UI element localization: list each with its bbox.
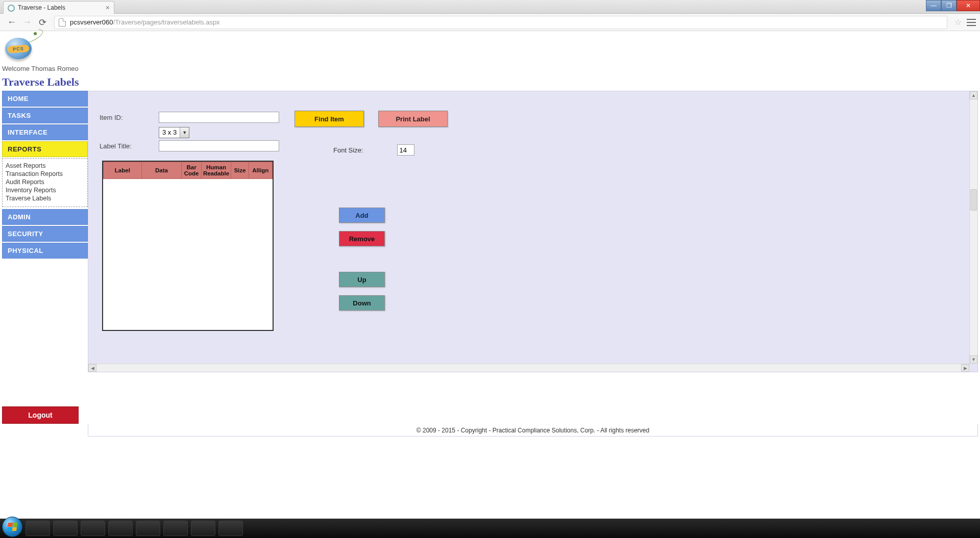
col-size[interactable]: Size [231, 162, 249, 179]
scroll-right-icon[interactable]: ▶ [961, 364, 969, 372]
col-label[interactable]: Label [104, 162, 142, 179]
address-bar[interactable]: pcsvserver060/Traverse/pages/traverselab… [54, 16, 947, 29]
welcome-text: Welcome Thomas Romeo [2, 65, 978, 72]
item-id-label: Item ID: [100, 114, 159, 121]
sidebar-item-interface[interactable]: INTERFACE [2, 124, 88, 140]
reports-submenu: Asset Reports Transaction Reports Audit … [2, 158, 88, 207]
reload-button[interactable]: ⟳ [36, 17, 48, 28]
horizontal-scrollbar[interactable]: ◀ ▶ [88, 364, 969, 372]
remove-button[interactable]: Remove [339, 231, 385, 246]
maximize-button[interactable]: ❐ [941, 0, 957, 11]
find-item-button[interactable]: Find Item [295, 111, 364, 127]
col-allign[interactable]: Allign [249, 162, 272, 179]
sidebar-item-physical[interactable]: PHYSICAL [2, 243, 88, 259]
sidebar-item-reports[interactable]: REPORTS [2, 141, 88, 157]
sublink-audit-reports[interactable]: Audit Reports [6, 178, 84, 186]
scroll-thumb[interactable] [970, 189, 977, 211]
page-icon [59, 18, 66, 27]
bookmark-icon[interactable]: ☆ [954, 17, 962, 27]
scroll-left-icon[interactable]: ◀ [88, 364, 96, 372]
favicon-icon [8, 5, 15, 12]
label-table: Label Data Bar Code Human Readable Size … [102, 161, 274, 331]
sidebar-item-home[interactable]: HOME [2, 91, 88, 107]
sublink-traverse-labels[interactable]: Traverse Labels [6, 194, 84, 202]
sidebar-item-security[interactable]: SECURITY [2, 226, 88, 242]
sublink-transaction-reports[interactable]: Transaction Reports [6, 170, 84, 178]
browser-tab[interactable]: Traverse - Labels × [3, 1, 114, 14]
down-button[interactable]: Down [339, 295, 385, 311]
scroll-up-icon[interactable]: ▲ [970, 91, 977, 99]
add-button[interactable]: Add [339, 208, 385, 223]
page-title: Traverse Labels [2, 75, 978, 89]
col-barcode[interactable]: Bar Code [182, 162, 201, 179]
url-path: /Traverse/pages/traverselabels.aspx [113, 18, 220, 26]
item-id-input[interactable] [159, 112, 279, 123]
label-title-input[interactable] [159, 140, 279, 151]
scroll-down-icon[interactable]: ▼ [970, 355, 977, 364]
col-human-readable[interactable]: Human Readable [201, 162, 231, 179]
label-title-label: Label Title: [100, 142, 159, 150]
vertical-scrollbar[interactable]: ▲ ▼ [969, 91, 977, 364]
browser-tab-strip: Traverse - Labels × — ❐ ✕ [0, 0, 980, 14]
sublink-asset-reports[interactable]: Asset Reports [6, 162, 84, 170]
pcs-logo: PCS [3, 33, 34, 64]
footer-copyright: © 2009 - 2015 - Copyright - Practical Co… [88, 424, 978, 437]
window-controls: — ❐ ✕ [926, 0, 980, 11]
font-size-label: Font Size: [333, 146, 363, 154]
sidebar: HOME TASKS INTERFACE REPORTS Asset Repor… [2, 91, 88, 424]
logout-button[interactable]: Logout [2, 406, 79, 424]
font-size-input[interactable] [397, 144, 414, 156]
sidebar-item-admin[interactable]: ADMIN [2, 209, 88, 225]
sublink-inventory-reports[interactable]: Inventory Reports [6, 186, 84, 194]
print-label-button[interactable]: Print Label [378, 111, 448, 127]
col-data[interactable]: Data [141, 162, 182, 179]
back-button[interactable]: ← [6, 17, 18, 28]
browser-toolbar: ← → ⟳ pcsvserver060/Traverse/pages/trave… [0, 14, 980, 31]
url-host: pcsvserver060 [70, 18, 113, 26]
sidebar-item-tasks[interactable]: TASKS [2, 108, 88, 123]
tab-title: Traverse - Labels [18, 4, 65, 11]
up-button[interactable]: Up [339, 272, 385, 287]
forward-button[interactable]: → [21, 17, 33, 28]
minimize-button[interactable]: — [926, 0, 941, 11]
chrome-menu-icon[interactable] [967, 19, 976, 26]
layout-select[interactable]: 3 x 3 ▼ [159, 127, 189, 138]
layout-select-value: 3 x 3 [159, 127, 180, 138]
content-frame: Item ID: 3 x 3 ▼ Label Title: Find Item [88, 91, 978, 372]
close-window-button[interactable]: ✕ [957, 0, 980, 11]
logo-text: PCS [8, 45, 30, 54]
chevron-down-icon[interactable]: ▼ [180, 127, 189, 138]
close-tab-icon[interactable]: × [106, 4, 110, 12]
